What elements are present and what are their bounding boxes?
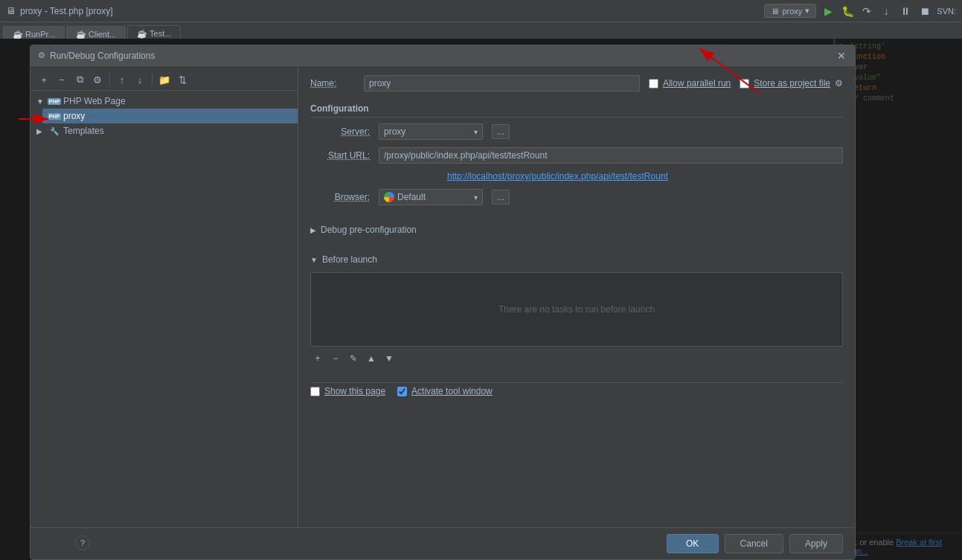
expand-icon: ▼ [36,97,45,106]
copy-config-button[interactable]: ⧉ [72,72,87,87]
tree-proxy-label: proxy [63,111,85,121]
browser-dots-button[interactable]: ... [492,190,510,205]
store-settings-gear-icon[interactable]: ⚙ [835,78,843,88]
svn-label: SVN: [937,7,956,16]
left-toolbar: + − ⧉ ⚙ ↑ ↓ 📁 ⇅ [31,69,298,91]
name-input[interactable] [364,75,640,91]
server-dots-button[interactable]: ... [492,124,510,139]
titlebar-controls: 🖥 proxy ▾ ▶ 🐛 ↷ ↓ ⏸ ⏹ SVN: [764,4,956,19]
dropdown-arrow: ▾ [805,6,809,16]
debug-preconfig-header[interactable]: ▶ Debug pre-configuration [310,222,843,238]
step-over-button[interactable]: ↷ [859,4,874,19]
allow-parallel-run-label: Allow parallel run [663,78,731,88]
sort-button[interactable]: ⇅ [175,72,190,87]
show-this-page-row: Show this page [310,386,385,396]
tree-templates[interactable]: ▶ 🔧 Templates [31,123,298,138]
ok-button[interactable]: OK [667,534,719,553]
app-icon: 🖥 [6,5,16,16]
start-url-row: Start URL: [310,147,843,164]
debug-preconfig-arrow: ▶ [310,226,316,234]
launch-add-button[interactable]: + [310,351,325,366]
browser-value: Default [397,192,426,202]
browser-arrow: ▾ [474,193,478,202]
launch-down-button[interactable]: ▼ [382,351,397,366]
name-label: Name: [310,78,355,88]
right-panel: Name: Allow parallel run Store as projec… [298,66,855,527]
configuration-section: Configuration Server: proxy ▾ ... Start … [310,100,843,213]
store-as-project-row: Store as project file ⚙ [740,78,843,88]
open-folder-button[interactable]: 📁 [157,72,172,87]
run-button[interactable]: ▶ [821,4,836,19]
before-launch-box: There are no tasks to run before launch [310,272,843,347]
show-this-page-checkbox[interactable] [310,387,320,396]
dialog-footer: OK Cancel Apply [31,527,855,559]
add-config-button[interactable]: + [36,72,51,87]
move-down-button[interactable]: ↓ [132,72,147,87]
no-tasks-text: There are no tasks to run before launch [498,304,655,315]
remove-config-button[interactable]: − [54,72,69,87]
launch-up-button[interactable]: ▲ [364,351,379,366]
launch-remove-button[interactable]: − [328,351,343,366]
browser-row: Browser: Default ▾ ... [310,189,843,205]
activate-tool-window-row: Activate tool window [397,386,493,396]
configuration-header: Configuration [310,100,843,118]
dialog-body: + − ⧉ ⚙ ↑ ↓ 📁 ⇅ ▼ PHP PHP Web P [31,66,855,527]
bottom-checks: Show this page Activate tool window [310,382,843,399]
launch-toolbar: + − ✎ ▲ ▼ [310,350,843,367]
server-value: proxy [384,126,405,137]
stop-button[interactable]: ⏹ [917,4,932,19]
before-launch-header[interactable]: ▼ Before launch [310,251,843,268]
toolbar-separator2 [152,74,153,86]
tree-php-web-page[interactable]: ▼ PHP PHP Web Page [31,94,298,109]
dialog-titlebar: ⚙ Run/Debug Configurations ✕ [31,45,855,66]
activate-tool-window-checkbox[interactable] [397,387,407,396]
server-row: Server: proxy ▾ ... [310,123,843,140]
help-button[interactable]: ? [75,535,90,550]
templates-icon: 🔧 [48,126,60,136]
server-select[interactable]: proxy ▾ [379,123,483,140]
left-panel: + − ⧉ ⚙ ↑ ↓ 📁 ⇅ ▼ PHP PHP Web P [31,66,298,527]
dialog-icon: ⚙ [38,51,45,60]
start-url-input[interactable] [379,147,843,164]
debug-button[interactable]: 🐛 [840,4,855,19]
server-label: Server: [310,126,370,137]
templates-expand-icon: ▶ [36,127,45,135]
proxy-label: proxy [782,7,802,16]
proxy-dropdown[interactable]: 🖥 proxy ▾ [764,4,816,18]
store-as-project-label: Store as project file [754,78,830,88]
server-select-arrow: ▾ [474,128,478,136]
toolbar-separator [109,74,110,86]
tree-php-web-page-label: PHP Web Page [63,96,126,106]
allow-parallel-run-checkbox[interactable] [649,79,658,88]
settings-config-button[interactable]: ⚙ [90,72,105,87]
show-this-page-label: Show this page [324,386,385,396]
url-link-row: http://localhost/proxy/public/index.php/… [310,171,843,181]
before-launch-label: Before launch [322,254,377,265]
cancel-button[interactable]: Cancel [725,534,783,553]
browser-select[interactable]: Default ▾ [379,189,483,205]
proxy-item-icon: PHP [48,111,60,121]
allow-parallel-run-row: Allow parallel run [649,78,731,88]
titlebar: 🖥 proxy - Test.php [proxy] 🖥 proxy ▾ ▶ 🐛… [0,0,962,22]
before-launch-arrow: ▼ [310,256,318,264]
window-title: proxy - Test.php [proxy] [20,6,113,16]
pause-button[interactable]: ⏸ [898,4,913,19]
debug-preconfig-label: Debug pre-configuration [321,225,417,235]
dialog-title: Run/Debug Configurations [50,51,155,61]
browser-label: Browser: [310,192,370,202]
tree-proxy-item[interactable]: PHP proxy [42,109,298,123]
url-link[interactable]: http://localhost/proxy/public/index.php/… [447,171,668,181]
tree-templates-label: Templates [63,126,104,136]
store-as-project-checkbox[interactable] [740,79,749,88]
chrome-icon [384,192,394,202]
activate-tool-window-label: Activate tool window [411,386,493,396]
run-debug-dialog: ⚙ Run/Debug Configurations ✕ + − ⧉ ⚙ ↑ ↓… [30,45,856,560]
start-url-label: Start URL: [310,150,370,161]
launch-edit-button[interactable]: ✎ [346,351,361,366]
name-row: Name: Allow parallel run Store as projec… [310,75,843,91]
dialog-close-button[interactable]: ✕ [836,50,847,62]
before-launch-section: ▼ Before launch There are no tasks to ru… [310,251,843,373]
move-up-button[interactable]: ↑ [115,72,129,87]
apply-button[interactable]: Apply [789,534,843,553]
step-in-button[interactable]: ↓ [879,4,894,19]
